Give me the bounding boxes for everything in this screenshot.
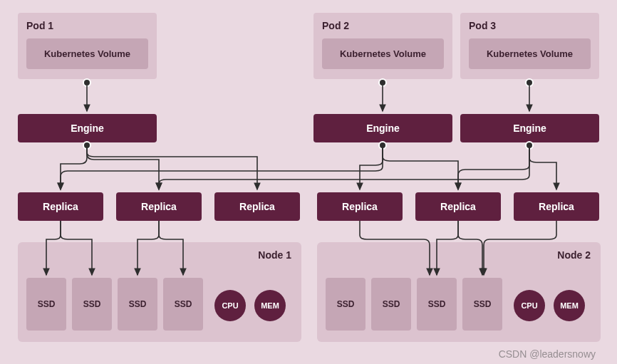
engine-box-1: Engine [18, 114, 157, 142]
ssd-box: SSD [417, 278, 457, 331]
ssd-box: SSD [163, 278, 203, 331]
svg-point-8 [526, 142, 533, 149]
kubernetes-volume-box: Kubernetes Volume [469, 38, 591, 69]
svg-point-0 [83, 79, 90, 86]
node-2: Node 2 SSD SSD SSD SSD CPU MEM [317, 242, 601, 342]
replica-box-3: Replica [214, 192, 300, 221]
svg-point-1 [379, 79, 386, 86]
ssd-box: SSD [326, 278, 365, 331]
replica-box-6: Replica [514, 192, 599, 221]
pod-3: Pod 3 Kubernetes Volume [460, 13, 599, 79]
pod-title: Pod 3 [469, 20, 591, 31]
engine-box-3: Engine [460, 114, 599, 142]
replica-box-4: Replica [317, 192, 403, 221]
mem-circle: MEM [254, 290, 286, 321]
cpu-circle: CPU [514, 290, 545, 321]
ssd-box: SSD [462, 278, 502, 331]
pod-title: Pod 2 [322, 20, 444, 31]
pod-1: Pod 1 Kubernetes Volume [18, 13, 157, 79]
node-1: Node 1 SSD SSD SSD SSD CPU MEM [18, 242, 301, 342]
pod-2: Pod 2 Kubernetes Volume [313, 13, 452, 79]
engine-box-2: Engine [313, 114, 452, 142]
pod-title: Pod 1 [26, 20, 148, 31]
ssd-box: SSD [72, 278, 112, 331]
ssd-box: SSD [118, 278, 157, 331]
kubernetes-volume-box: Kubernetes Volume [26, 38, 148, 69]
ssd-box: SSD [26, 278, 66, 331]
svg-point-6 [83, 142, 90, 149]
node-title: Node 1 [258, 249, 291, 261]
watermark: CSDN @leadersnowy [499, 348, 596, 360]
node-title: Node 2 [557, 249, 591, 261]
replica-box-5: Replica [415, 192, 501, 221]
kubernetes-volume-box: Kubernetes Volume [322, 38, 444, 69]
replica-box-2: Replica [116, 192, 202, 221]
ssd-box: SSD [371, 278, 411, 331]
svg-point-2 [526, 79, 533, 86]
svg-point-7 [379, 142, 386, 149]
mem-circle: MEM [554, 290, 585, 321]
cpu-circle: CPU [214, 290, 246, 321]
replica-box-1: Replica [18, 192, 103, 221]
